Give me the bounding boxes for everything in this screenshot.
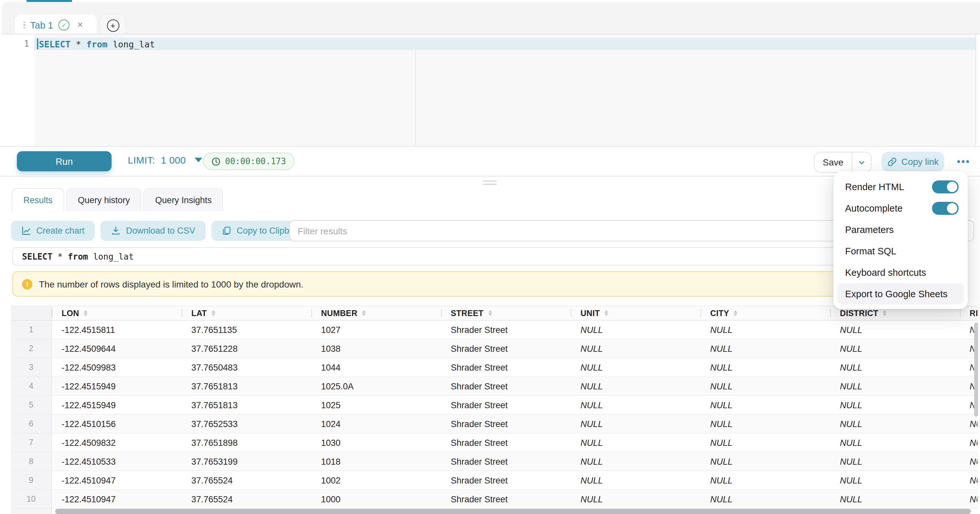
column-header-lon[interactable]: LON [52,306,181,320]
check-circle-icon: ✓ [58,19,69,30]
horizontal-scrollbar[interactable] [55,509,971,514]
create-chart-button[interactable]: Create chart [11,221,95,241]
sort-icon[interactable] [362,310,366,316]
table-row[interactable]: 1-122.451581137.76511351027Shrader Stree… [11,321,977,339]
sort-icon[interactable] [605,310,608,316]
table-cell: 37.7650483 [181,358,311,377]
column-header-street[interactable]: STREET [441,306,571,320]
table-cell: NULL [960,490,977,508]
vertical-scrollbar[interactable] [974,322,978,417]
download-icon [111,226,121,236]
menu-item-export-to-google-sheets[interactable]: Export to Google Sheets [837,283,964,304]
download-to-csv-button[interactable]: Download to CSV [101,221,205,241]
save-button[interactable]: Save [815,153,851,172]
column-header-city[interactable]: CITY [700,306,830,320]
limit-dropdown[interactable]: LIMIT: 1 000 [128,155,202,166]
more-options-button[interactable] [951,152,975,171]
results-tab-query-history[interactable]: Query history [66,188,142,211]
table-row[interactable]: 5-122.451594937.76518131025Shrader Stree… [11,396,977,415]
drag-grip-icon[interactable] [23,21,25,29]
table-cell: -122.4510947 [52,490,181,508]
table-header-row: LONLATNUMBERSTREETUNITCITYDISTRICTRE [11,306,977,321]
app-window: Tab 1 ✓ ✕ + 1 SELECT * from long_lat Run… [0,0,980,514]
warning-text: The number of rows displayed is limited … [39,279,304,289]
table-cell: NULL [571,452,700,471]
clock-icon [212,157,221,166]
row-number: 4 [11,377,52,395]
row-number: 3 [11,358,52,377]
toggle-switch-on[interactable] [932,180,959,193]
table-row[interactable]: 10-122.451094737.7655241000Shrader Stree… [11,490,977,509]
table-cell: NULL [700,339,830,358]
toggle-switch-on[interactable] [932,201,959,214]
table-cell: NULL [700,358,830,377]
table-cell: Shrader Street [441,339,571,358]
panel-resize-handle[interactable] [482,180,497,185]
table-cell: 37.7651135 [181,321,311,339]
row-number: 10 [11,490,52,508]
row-number: 5 [11,396,52,414]
menu-item-render-html[interactable]: Render HTML [834,176,968,197]
table-cell: NULL [960,471,977,489]
results-tab-results[interactable]: Results [12,188,64,211]
table-cell: NULL [700,471,830,489]
column-header-unit[interactable]: UNIT [571,306,700,320]
table-row[interactable]: 7-122.450983237.76518981030Shrader Stree… [11,434,977,452]
results-tab-strip: ResultsQuery historyQuery Insights [12,188,223,211]
menu-item-autocomplete[interactable]: Autocomplete [834,197,968,219]
table-cell: NULL [830,339,960,358]
table-cell: 37.7651228 [181,339,311,358]
table-cell: NULL [700,377,830,395]
results-tab-query-insights[interactable]: Query Insights [144,188,223,211]
sql-editor[interactable]: 1 SELECT * from long_lat [2,34,980,146]
table-cell: Shrader Street [441,434,571,452]
sort-icon[interactable] [883,310,887,316]
sort-icon[interactable] [84,310,88,316]
table-cell: 1018 [311,452,441,471]
table-cell: 37.7651898 [181,434,311,452]
table-cell: NULL [571,415,700,433]
table-cell: 37.765524 [181,471,311,489]
sort-icon[interactable] [212,310,215,316]
table-row[interactable]: 3-122.450998337.76504831044Shrader Stree… [11,358,977,377]
table-cell: Shrader Street [441,452,571,471]
close-tab-icon[interactable]: ✕ [77,21,83,29]
column-header-lat[interactable]: LAT [181,306,311,320]
sql-keyword: from [86,39,107,49]
limit-label: LIMIT: [128,155,155,166]
table-cell: NULL [700,396,830,414]
table-cell: NULL [830,434,960,452]
line-number: 1 [2,38,29,49]
save-options-button[interactable] [852,153,871,172]
table-cell: NULL [830,358,960,377]
row-number: 8 [11,452,52,471]
tab-1[interactable]: Tab 1 ✓ ✕ [15,14,97,36]
run-button[interactable]: Run [17,151,111,171]
link-icon [887,157,897,166]
table-cell: -122.4510533 [52,452,181,471]
table-row[interactable]: 8-122.451053337.76531991018Shrader Stree… [11,452,977,471]
menu-item-format-sql[interactable]: Format SQL [834,240,968,262]
table-cell: 37.7651813 [181,377,311,395]
menu-item-keyboard-shortcuts[interactable]: Keyboard shortcuts [834,262,968,283]
table-row[interactable]: 6-122.451015637.76525331024Shrader Stree… [11,415,977,434]
editor-code-line[interactable]: SELECT * from long_lat [39,39,155,49]
table-cell: NULL [960,452,977,471]
table-cell: NULL [700,452,830,471]
row-number: 7 [11,434,52,452]
sort-icon[interactable] [488,310,492,316]
table-row[interactable]: 9-122.451094737.7655241002Shrader Street… [11,471,977,490]
add-tab-button[interactable]: + [99,14,126,36]
copy-link-button[interactable]: Copy link [881,152,944,171]
table-row[interactable]: 2-122.450964437.76512281038Shrader Stree… [11,339,977,358]
sql-operator: * [71,39,87,49]
sort-icon[interactable] [734,310,738,316]
table-row[interactable]: 4-122.451594937.76518131025.0AShrader St… [11,377,977,396]
table-cell: NULL [830,471,960,489]
table-cell: NULL [571,434,700,452]
query-toolbar: Run LIMIT: 1 000 00:00:00.173 Save Copy … [0,146,980,177]
editor-tab-bar: Tab 1 ✓ ✕ + [2,2,980,35]
column-header-number[interactable]: NUMBER [311,306,441,320]
table-cell: -122.4515811 [52,321,181,339]
menu-item-parameters[interactable]: Parameters [834,219,968,240]
